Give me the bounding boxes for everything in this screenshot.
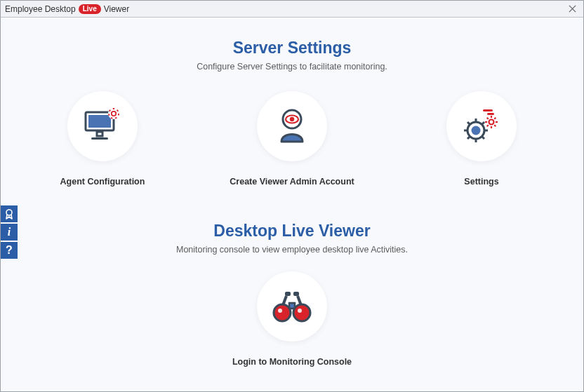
svg-rect-2 <box>97 132 102 136</box>
content-area: Server Settings Configure Server Setting… <box>1 18 583 391</box>
login-console-icon-circle <box>257 271 327 342</box>
title-prefix: Employee Desktop <box>5 4 76 14</box>
svg-point-21 <box>298 309 302 313</box>
svg-rect-1 <box>88 115 111 128</box>
app-window: Employee Desktop Live Viewer Server Sett… <box>0 0 584 392</box>
svg-rect-3 <box>91 137 108 140</box>
side-ribbon: i ? <box>1 205 18 260</box>
binoculars-icon <box>272 289 312 324</box>
svg-point-12 <box>489 120 494 125</box>
close-icon <box>569 5 576 13</box>
desktop-live-viewer-section: Desktop Live Viewer Monitoring console t… <box>1 222 583 367</box>
titlebar: Employee Desktop Live Viewer <box>1 1 583 18</box>
svg-point-18 <box>274 304 291 321</box>
info-icon: i <box>8 226 11 238</box>
svg-rect-15 <box>285 292 291 296</box>
svg-point-20 <box>278 309 282 313</box>
svg-point-4 <box>108 108 119 119</box>
agent-configuration-tile[interactable]: Agent Configuration <box>46 91 159 187</box>
login-console-label: Login to Monitoring Console <box>232 357 352 367</box>
award-ribbon-icon <box>4 208 15 219</box>
svg-rect-10 <box>483 109 493 111</box>
svg-point-9 <box>290 117 294 121</box>
agent-configuration-label: Agent Configuration <box>60 177 145 187</box>
monitor-gear-icon <box>81 107 124 146</box>
viewer-tiles-row: Login to Monitoring Console <box>1 271 583 367</box>
create-admin-tile[interactable]: Create Viewer Admin Account <box>236 91 348 187</box>
ribbon-info-button[interactable]: i <box>1 224 18 241</box>
server-tiles-row: Agent Configuration Create Viewer Admin … <box>1 91 583 187</box>
eye-person-icon <box>273 107 311 146</box>
close-button[interactable] <box>565 4 579 15</box>
svg-rect-11 <box>487 113 494 115</box>
gears-icon <box>460 107 503 146</box>
server-settings-section: Server Settings Configure Server Setting… <box>1 39 583 187</box>
agent-configuration-icon-circle <box>67 91 138 161</box>
settings-label: Settings <box>464 177 498 187</box>
server-settings-title: Server Settings <box>1 39 583 58</box>
ribbon-help-button[interactable]: ? <box>1 242 18 259</box>
settings-tile[interactable]: Settings <box>425 91 538 187</box>
help-icon: ? <box>6 244 13 257</box>
server-settings-subtitle: Configure Server Settings to facilitate … <box>1 62 583 72</box>
login-console-tile[interactable]: Login to Monitoring Console <box>236 271 348 367</box>
svg-point-13 <box>472 126 481 135</box>
create-admin-label: Create Viewer Admin Account <box>230 177 354 187</box>
settings-icon-circle <box>446 91 517 161</box>
viewer-subtitle: Monitoring console to view employee desk… <box>1 245 583 255</box>
svg-point-19 <box>293 304 310 321</box>
ribbon-award-button[interactable] <box>1 205 18 222</box>
live-badge: Live <box>79 4 101 14</box>
create-admin-icon-circle <box>257 91 327 161</box>
title-suffix: Viewer <box>104 4 129 14</box>
app-title: Employee Desktop Live Viewer <box>5 4 129 14</box>
svg-point-22 <box>6 210 12 215</box>
viewer-title: Desktop Live Viewer <box>1 222 583 241</box>
svg-rect-16 <box>293 292 299 296</box>
